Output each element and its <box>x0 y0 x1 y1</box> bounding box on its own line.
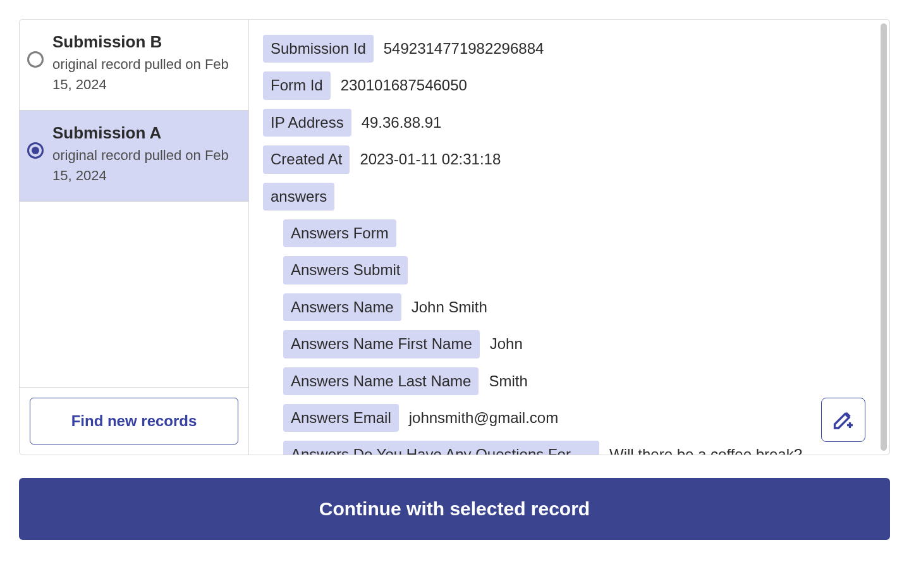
record-title: Submission A <box>52 123 237 143</box>
answers-row: Answers Submit <box>283 256 875 284</box>
answers-row: Answers Name John Smith <box>283 293 875 321</box>
continue-button[interactable]: Continue with selected record <box>19 478 890 540</box>
record-panel: Submission B original record pulled on F… <box>19 19 890 455</box>
scrollbar[interactable] <box>881 23 887 451</box>
page-root: Submission B original record pulled on F… <box>0 0 909 559</box>
answers-field-value: Smith <box>489 367 875 391</box>
field-row: Form Id 230101687546050 <box>263 71 875 99</box>
record-list: Submission B original record pulled on F… <box>20 20 248 387</box>
find-new-records-button[interactable]: Find new records <box>30 398 238 444</box>
answers-field-label: Answers Name Last Name <box>283 367 479 395</box>
field-label: Form Id <box>263 71 331 99</box>
find-wrap: Find new records <box>20 387 248 455</box>
answers-field-value: John Smith <box>412 293 875 317</box>
radio-icon <box>27 142 44 159</box>
answers-row: Answers Form <box>283 219 875 247</box>
answers-field-label: Answers Email <box>283 404 399 432</box>
field-row: Created At 2023-01-11 02:31:18 <box>263 145 875 173</box>
answers-field-value: John <box>490 330 875 354</box>
answers-row: Answers Name First Name John <box>283 330 875 358</box>
answers-row: Answers Email johnsmith@gmail.com <box>283 404 875 432</box>
answers-header-row: answers <box>263 183 875 211</box>
answers-field-label: Answers Do You Have Any Questions For Us <box>283 441 599 455</box>
answers-field-label: Answers Form <box>283 219 396 247</box>
field-value: 230101687546050 <box>341 71 875 95</box>
answers-field-value: Will there be a coffee break? <box>609 441 875 455</box>
answers-field-value: johnsmith@gmail.com <box>409 404 875 428</box>
field-value: 49.36.88.91 <box>362 109 875 133</box>
record-title: Submission B <box>52 32 237 52</box>
field-row: IP Address 49.36.88.91 <box>263 109 875 137</box>
record-detail: Submission Id 5492314771982296884 Form I… <box>249 20 889 455</box>
record-subtitle: original record pulled on Feb 15, 2024 <box>52 54 237 95</box>
answers-field-label: Answers Name <box>283 293 401 321</box>
record-text: Submission B original record pulled on F… <box>52 32 237 95</box>
edit-plus-icon <box>832 407 855 432</box>
record-sidebar: Submission B original record pulled on F… <box>20 20 249 455</box>
field-label: IP Address <box>263 109 351 137</box>
record-text: Submission A original record pulled on F… <box>52 123 237 186</box>
answers-label: answers <box>263 183 334 211</box>
record-item-submission-a[interactable]: Submission A original record pulled on F… <box>20 111 248 202</box>
radio-icon <box>27 51 44 68</box>
answers-row: Answers Do You Have Any Questions For Us… <box>283 441 875 455</box>
answers-field-label: Answers Name First Name <box>283 330 480 358</box>
record-subtitle: original record pulled on Feb 15, 2024 <box>52 145 237 186</box>
field-label: Created At <box>263 145 350 173</box>
field-row: Submission Id 5492314771982296884 <box>263 35 875 63</box>
field-value: 5492314771982296884 <box>384 35 875 59</box>
field-value: 2023-01-11 02:31:18 <box>360 145 875 169</box>
answers-row: Answers Name Last Name Smith <box>283 367 875 395</box>
record-item-submission-b[interactable]: Submission B original record pulled on F… <box>20 20 248 111</box>
edit-button[interactable] <box>821 398 865 442</box>
field-label: Submission Id <box>263 35 374 63</box>
answers-field-label: Answers Submit <box>283 256 408 284</box>
